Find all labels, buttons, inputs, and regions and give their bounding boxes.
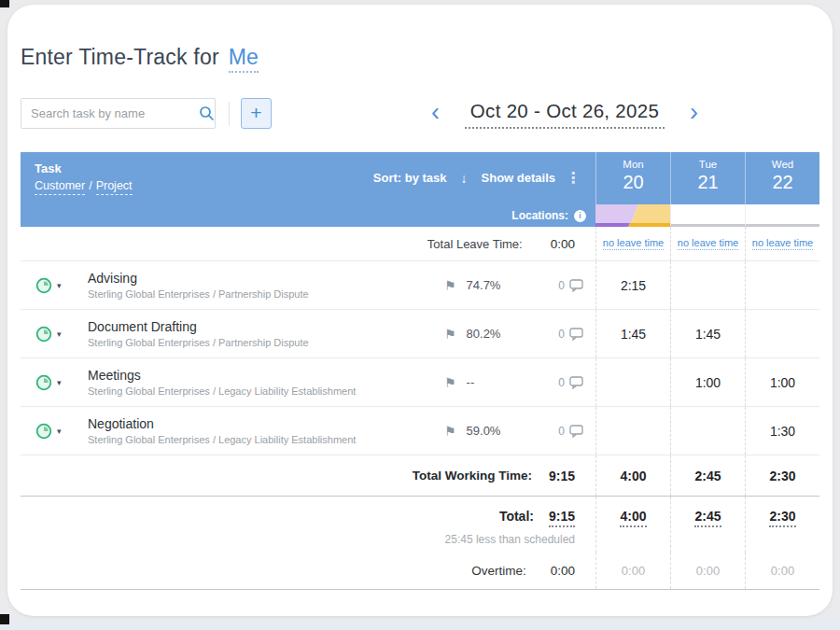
no-leave-link-wed[interactable]: no leave time [752, 237, 813, 250]
task-text: Negotiation Sterling Global Enterprises … [77, 416, 356, 445]
caret-down-icon: ▾ [57, 378, 62, 387]
overtime-cell-tue: 0:00 [670, 553, 745, 589]
no-leave-link-tue[interactable]: no leave time [678, 237, 738, 250]
leave-cell-tue: no leave time [670, 227, 745, 260]
task-info: ▾ Negotiation Sterling Global Enterprise… [21, 407, 431, 455]
overtime-row: Overtime: 0:00 0:00 0:00 0:00 [21, 553, 819, 590]
caret-down-icon: ▾ [57, 329, 62, 339]
time-cell-wed[interactable]: 1:30 [745, 407, 819, 455]
task-row-meetings: ▾ Meetings Sterling Global Enterprises /… [21, 358, 819, 407]
project-link[interactable]: Project [96, 179, 133, 195]
comment-count: 0 [558, 425, 565, 438]
task-path: Sterling Global Enterprises / Partnershi… [88, 288, 309, 300]
sort-controls: Sort: by task ↓ Show details ⋮ [373, 169, 581, 187]
add-task-button[interactable]: + [241, 98, 272, 129]
task-column-label: Task [35, 161, 133, 175]
location-bar-tue [670, 204, 745, 227]
time-cell-mon[interactable]: 2:15 [595, 261, 670, 309]
info-icon[interactable]: i [574, 210, 586, 222]
time-cell-tue[interactable] [670, 261, 745, 309]
task-text: Advising Sterling Global Enterprises / P… [77, 271, 309, 300]
overtime-total: 0:00 [551, 564, 575, 578]
overtime-cell-mon: 0:00 [595, 553, 670, 589]
working-cell-tue: 2:45 [670, 455, 745, 496]
next-week-button[interactable]: › [686, 98, 702, 126]
task-timer-dropdown[interactable]: ▾ [35, 374, 77, 391]
task-info: ▾ Meetings Sterling Global Enterprises /… [21, 358, 431, 406]
overtime-label-area: Overtime: 0:00 [21, 553, 595, 589]
leave-time-row: Total Leave Time: 0:00 no leave time no … [21, 227, 819, 261]
time-cell-tue[interactable]: 1:00 [670, 358, 745, 406]
leave-time-total: 0:00 [551, 237, 575, 251]
comments-control[interactable]: 0 [521, 407, 595, 455]
customer-link[interactable]: Customer [35, 179, 85, 195]
time-cell-tue[interactable]: 1:45 [670, 310, 745, 357]
leave-cell-wed: no leave time [745, 227, 819, 260]
date-navigation: ‹ Oct 20 - Oct 26, 2025 › [427, 97, 702, 131]
no-leave-link-mon[interactable]: no leave time [603, 237, 664, 250]
task-name: Document Drafting [88, 319, 309, 334]
caret-down-icon: ▾ [57, 281, 62, 290]
prev-week-button[interactable]: ‹ [427, 98, 443, 126]
corner-artifact-bottom [0, 614, 9, 624]
location-bar-mon[interactable] [595, 204, 670, 227]
task-text: Document Drafting Sterling Global Enterp… [77, 319, 309, 348]
time-cell-mon[interactable] [595, 358, 670, 406]
locations-header: Locations: i [21, 204, 595, 227]
task-percent: -- [467, 375, 475, 389]
flag-icon: ⚑ [444, 424, 456, 439]
task-text: Meetings Sterling Global Enterprises / L… [77, 368, 356, 397]
search-box [21, 98, 216, 129]
working-cell-wed: 2:30 [745, 455, 819, 496]
customer-project-separator: / [89, 179, 91, 192]
kebab-menu-icon[interactable]: ⋮ [566, 169, 581, 187]
search-icon[interactable] [199, 99, 215, 128]
time-cell-tue[interactable] [670, 407, 745, 455]
leave-label-area: Total Leave Time: 0:00 [21, 227, 595, 260]
working-time-row: Total Working Time: 9:15 4:00 2:45 2:30 [21, 455, 819, 497]
task-path: Sterling Global Enterprises / Legacy Lia… [88, 385, 356, 397]
time-cell-mon[interactable]: 1:45 [595, 310, 670, 357]
flag-icon: ⚑ [444, 375, 456, 390]
locations-row: Locations: i [21, 204, 819, 227]
sort-by-task-button[interactable]: Sort: by task [373, 171, 447, 185]
time-cell-wed[interactable] [745, 310, 819, 357]
task-name: Meetings [88, 368, 356, 383]
table-header: Task Customer/Project Sort: by task ↓ Sh… [21, 152, 819, 204]
task-row-document-drafting: ▾ Document Drafting Sterling Global Ente… [21, 310, 819, 358]
day-header-tue[interactable]: Tue 21 [670, 152, 745, 204]
sort-direction-icon[interactable]: ↓ [461, 171, 468, 186]
comment-icon [569, 425, 583, 438]
task-percent: 59.0% [467, 424, 501, 438]
flag-area: ⚑ 59.0% [431, 407, 521, 455]
day-header-mon[interactable]: Mon 20 [595, 152, 670, 204]
total-row: Total: 9:15 25:45 less than scheduled 4:… [21, 497, 819, 553]
day-header-wed[interactable]: Wed 22 [745, 152, 819, 204]
time-cell-mon[interactable] [595, 407, 670, 455]
leave-time-label: Total Leave Time: [427, 237, 523, 251]
search-input[interactable] [21, 99, 199, 128]
task-timer-dropdown[interactable]: ▾ [35, 326, 77, 343]
task-info: ▾ Document Drafting Sterling Global Ente… [21, 310, 431, 357]
time-cell-wed[interactable]: 1:00 [745, 358, 819, 406]
clock-icon [35, 374, 52, 391]
caret-down-icon: ▾ [57, 427, 62, 436]
working-time-label: Total Working Time: [413, 469, 532, 483]
date-range-label[interactable]: Oct 20 - Oct 26, 2025 [465, 100, 665, 129]
location-bar-wed [745, 204, 819, 227]
comment-count: 0 [558, 328, 565, 341]
comments-control[interactable]: 0 [521, 358, 595, 406]
comments-control[interactable]: 0 [521, 261, 595, 309]
task-timer-dropdown[interactable]: ▾ [35, 423, 77, 440]
comments-control[interactable]: 0 [521, 310, 595, 357]
task-path: Sterling Global Enterprises / Legacy Lia… [88, 434, 356, 445]
task-info: ▾ Advising Sterling Global Enterprises /… [21, 261, 431, 309]
task-timer-dropdown[interactable]: ▾ [35, 277, 77, 294]
flag-icon: ⚑ [444, 278, 456, 293]
show-details-button[interactable]: Show details [482, 171, 555, 185]
title-target-me[interactable]: Me [229, 45, 259, 73]
flag-area: ⚑ 80.2% [431, 310, 521, 357]
clock-icon [35, 277, 52, 294]
time-cell-wed[interactable] [745, 261, 819, 309]
comment-count: 0 [558, 376, 565, 389]
